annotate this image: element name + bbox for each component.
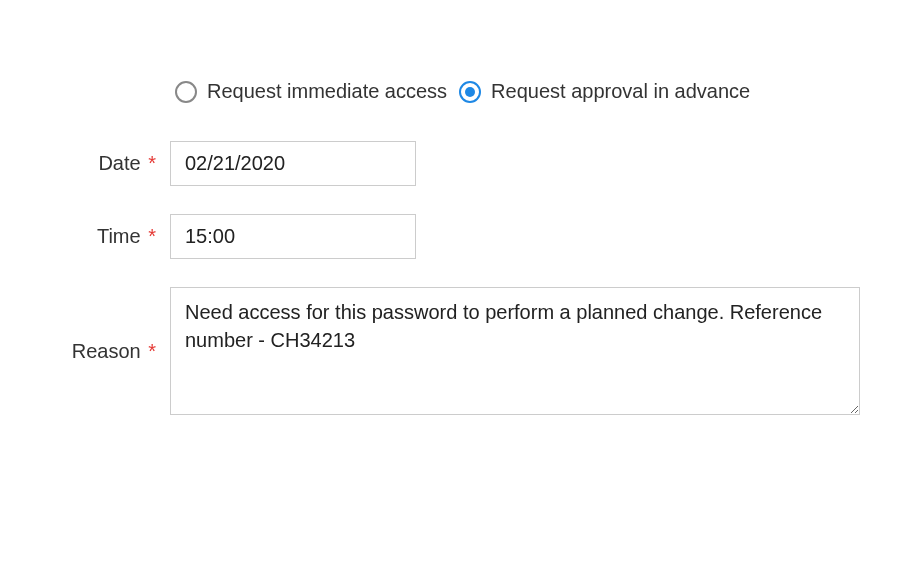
access-request-form: Request immediate access Request approva… bbox=[40, 80, 860, 415]
radio-dot-icon bbox=[465, 87, 475, 97]
required-asterisk: * bbox=[148, 340, 156, 362]
time-field-row: Time * bbox=[40, 214, 860, 259]
date-label-text: Date bbox=[98, 152, 140, 174]
reason-field-row: Reason * bbox=[40, 287, 860, 415]
radio-label-immediate[interactable]: Request immediate access bbox=[207, 80, 447, 103]
required-asterisk: * bbox=[148, 152, 156, 174]
date-field-row: Date * bbox=[40, 141, 860, 186]
radio-label-advance[interactable]: Request approval in advance bbox=[491, 80, 750, 103]
radio-icon-checked[interactable] bbox=[459, 81, 481, 103]
date-input[interactable] bbox=[170, 141, 416, 186]
date-label: Date * bbox=[40, 152, 170, 175]
time-label: Time * bbox=[40, 225, 170, 248]
radio-option-advance[interactable]: Request approval in advance bbox=[459, 80, 750, 103]
radio-icon-unchecked[interactable] bbox=[175, 81, 197, 103]
time-input[interactable] bbox=[170, 214, 416, 259]
required-asterisk: * bbox=[148, 225, 156, 247]
reason-textarea[interactable] bbox=[170, 287, 860, 415]
request-type-radio-group: Request immediate access Request approva… bbox=[175, 80, 860, 103]
reason-label: Reason * bbox=[40, 340, 170, 363]
radio-option-immediate[interactable]: Request immediate access bbox=[175, 80, 447, 103]
time-label-text: Time bbox=[97, 225, 141, 247]
reason-label-text: Reason bbox=[72, 340, 141, 362]
